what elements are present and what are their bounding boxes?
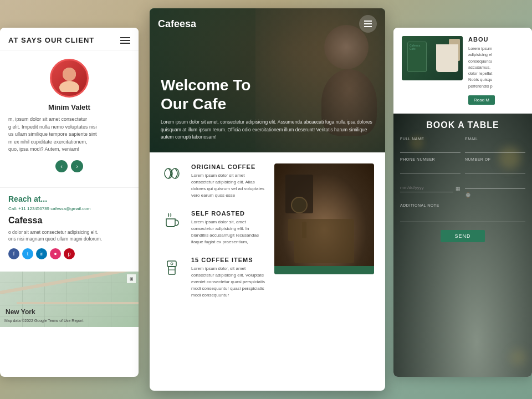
phone-label: PHONE NUMBER xyxy=(400,157,461,161)
feature-desc-3: Lorem ipsum dolor, sit amet consectetur … xyxy=(191,265,266,299)
full-name-label: FULL NAME xyxy=(400,137,461,141)
hero-brand: Cafeesa xyxy=(158,18,196,30)
right-panel: CafeesaCafe ABOU Lorem ipsumadipisicing … xyxy=(393,28,532,377)
feature-desc-2: Lorem ipsum dolor sit, amet consectetur … xyxy=(191,219,266,245)
hero-title: Welcome ToOur Cafe xyxy=(161,76,374,113)
note-input[interactable] xyxy=(400,208,525,222)
hero-nav: Cafeesa xyxy=(150,8,385,39)
form-row-1: FULL NAME EMAIL xyxy=(400,137,525,153)
coffee-image xyxy=(274,163,374,274)
svg-point-8 xyxy=(171,263,173,265)
coffee-grinder-icon xyxy=(161,257,183,279)
reach-contact: Call: +11 123456789 cafessa@gmail.com xyxy=(8,206,130,211)
note-field: ADDITIONAL NOTE xyxy=(400,203,525,224)
client-section-title: AT SAYS OUR CLIENT xyxy=(8,36,94,44)
reach-title: Reach at... xyxy=(8,195,130,203)
hero-menu-button[interactable] xyxy=(359,15,377,33)
phone-input[interactable] xyxy=(400,165,461,173)
prev-testimonial-button[interactable]: ‹ xyxy=(55,160,68,172)
pinterest-icon[interactable]: p xyxy=(64,248,75,259)
time-field: ⌚ xyxy=(465,178,525,199)
instagram-icon[interactable]: ● xyxy=(50,248,61,259)
date-input[interactable] xyxy=(400,183,453,192)
facebook-icon[interactable]: f xyxy=(8,248,19,259)
map-expand-button[interactable]: ⊞ xyxy=(127,274,136,283)
social-icons: f t in ● p xyxy=(8,248,130,259)
about-section: CafeesaCafe ABOU Lorem ipsumadipisicing … xyxy=(393,28,532,114)
feature-title-2: SELF ROASTED xyxy=(191,210,266,217)
center-panel: Cafeesa Welcome ToOur Cafe Lorem ipsum d… xyxy=(150,8,385,391)
book-form-container: BOOK A TABLE FULL NAME EMAIL PHONE NUMBE… xyxy=(393,114,532,248)
read-more-button[interactable]: Read M xyxy=(468,95,495,105)
avatar xyxy=(50,59,89,98)
email-label: EMAIL xyxy=(465,137,525,141)
svg-point-2 xyxy=(63,68,76,81)
book-title: BOOK A TABLE xyxy=(400,120,525,130)
bokeh-light-3 xyxy=(510,349,526,366)
email-input[interactable] xyxy=(465,144,525,153)
time-input[interactable] xyxy=(465,180,525,189)
number-input[interactable] xyxy=(465,165,525,173)
coffee-cup-icon xyxy=(161,210,183,232)
product-image: CafeesaCafe xyxy=(402,36,463,80)
map-section: New York ⊞ Map data ©2022 Google Terms o… xyxy=(0,272,139,327)
hero-section: Cafeesa Welcome ToOur Cafe Lorem ipsum d… xyxy=(150,8,385,152)
product-cup xyxy=(436,44,458,72)
book-table-section: BOOK A TABLE FULL NAME EMAIL PHONE NUMBE… xyxy=(393,114,532,377)
full-name-field: FULL NAME xyxy=(400,137,461,153)
svg-point-1 xyxy=(59,81,79,92)
number-field: NUMBER OF xyxy=(465,157,525,173)
feature-title-3: 15 COFFEE ITEMS xyxy=(191,257,266,263)
email-field: EMAIL xyxy=(465,137,525,153)
brand-desc: o dolor sit amet consectetur adipisicing… xyxy=(8,229,130,243)
form-row-4: ADDITIONAL NOTE xyxy=(400,203,525,224)
date-field: ▦ xyxy=(400,178,461,199)
client-testimonial: m, ipsum dolor sit amet consectetur g el… xyxy=(8,116,130,154)
hero-subtitle: Lorem ipsum dolor sit amet, consectetur … xyxy=(161,119,374,141)
form-row-3: ▦ ⌚ xyxy=(400,178,525,199)
feature-self-roasted: SELF ROASTED Lorem ipsum dolor sit, amet… xyxy=(161,210,266,245)
feature-title-1: ORIGINAL COFFEE xyxy=(191,163,266,170)
linkedin-icon[interactable]: in xyxy=(36,248,47,259)
feature-desc-1: Lorem ipsum dolor sit amet consectetur a… xyxy=(191,172,266,199)
phone-field: PHONE NUMBER xyxy=(400,157,461,173)
about-title: ABOU xyxy=(468,36,524,43)
send-button[interactable]: SEND xyxy=(441,230,485,242)
note-label: ADDITIONAL NOTE xyxy=(400,203,525,207)
about-desc: Lorem ipsumadipisicing elconsequuntuaccu… xyxy=(468,45,524,89)
hero-content: Welcome ToOur Cafe Lorem ipsum dolor sit… xyxy=(161,76,374,141)
hamburger-icon[interactable] xyxy=(120,37,130,44)
svg-rect-6 xyxy=(168,267,175,274)
client-name: Minim Valett xyxy=(8,103,130,111)
client-section: Minim Valett m, ipsum dolor sit amet con… xyxy=(0,50,139,187)
clock-icon: ⌚ xyxy=(465,192,471,198)
number-label: NUMBER OF xyxy=(465,157,525,161)
testimonial-nav: ‹ › xyxy=(8,160,130,172)
features-section: ORIGINAL COFFEE Lorem ipsum dolor sit am… xyxy=(150,152,385,321)
form-row-2: PHONE NUMBER NUMBER OF xyxy=(400,157,525,173)
date-label xyxy=(400,183,453,192)
coffee-beans-icon xyxy=(161,163,183,186)
full-name-input[interactable] xyxy=(400,144,461,153)
svg-rect-5 xyxy=(167,261,176,267)
calendar-icon: ▦ xyxy=(456,186,461,191)
left-panel-header: AT SAYS OUR CLIENT xyxy=(0,28,139,50)
map-attribution: Map data ©2022 Google Terms of Use Repor… xyxy=(4,319,83,323)
reach-section: Reach at... Call: +11 123456789 cafessa@… xyxy=(0,187,139,272)
product-bag: CafeesaCafe xyxy=(407,42,427,72)
twitter-icon[interactable]: t xyxy=(22,248,33,259)
map-label: New York xyxy=(6,308,35,316)
feature-original-coffee: ORIGINAL COFFEE Lorem ipsum dolor sit am… xyxy=(161,163,266,199)
brand-name: Cafessa xyxy=(8,216,130,226)
next-testimonial-button[interactable]: › xyxy=(71,160,83,172)
feature-coffee-items: 15 COFFEE ITEMS Lorem ipsum dolor, sit a… xyxy=(161,257,266,299)
left-panel: AT SAYS OUR CLIENT Minim Valett m, ipsum… xyxy=(0,28,139,377)
